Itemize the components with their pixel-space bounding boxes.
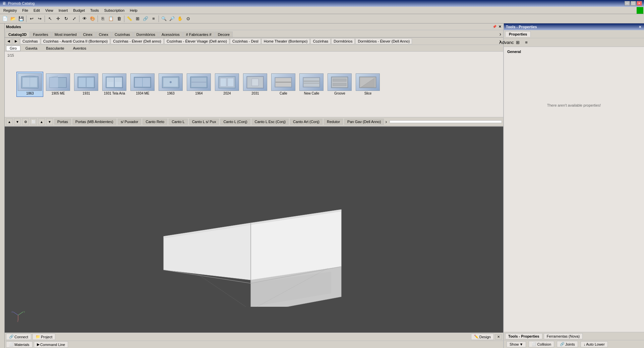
tb-open[interactable]: 📂 <box>9 15 17 22</box>
auto-lower-button[interactable]: ↓ Auto Lower <box>581 341 608 347</box>
doors-settings1[interactable]: ⚙ <box>22 118 29 125</box>
door-tab-redutor[interactable]: Redutor <box>324 119 343 125</box>
door-tab-canto-l[interactable]: Canto L <box>169 119 188 125</box>
item-1931[interactable]: 1931 <box>73 72 100 97</box>
door-tab-portas[interactable]: Portas <box>54 119 71 125</box>
right-panel-close-btn[interactable]: ✕ <box>638 25 642 29</box>
item-1931-tela-aria[interactable]: 1931 Tela Aria <box>101 72 128 97</box>
tb-render[interactable]: 🎨 <box>89 15 96 22</box>
tb-scale[interactable]: ⤢ <box>70 15 78 22</box>
connect-button[interactable]: 🔗 Connect <box>6 334 31 340</box>
tb-redo[interactable]: ↪ <box>36 15 43 22</box>
modules-close-button[interactable]: ✕ <box>498 25 502 28</box>
doors-scroll-right[interactable]: › <box>385 119 387 124</box>
tab-catalog3d[interactable]: Catalog3D <box>5 32 30 37</box>
item-1964[interactable]: 1964 <box>185 72 212 97</box>
tab-favorites[interactable]: Favorites <box>30 32 51 37</box>
props-list-btn[interactable]: ≡ <box>523 39 530 46</box>
3d-viewport[interactable]: Y X Z <box>5 127 503 333</box>
project-button[interactable]: 📁 Project <box>33 334 55 340</box>
doors-forward-btn[interactable]: ▼ <box>14 118 21 125</box>
tab-dormitorios[interactable]: Dormitórios <box>133 32 158 37</box>
door-tab-canto-l-spux[interactable]: Canto L s/ Pux <box>189 119 219 125</box>
door-tab-canto-art[interactable]: Canto Art (Conj) <box>290 119 323 125</box>
menu-tools[interactable]: Tools <box>87 8 102 13</box>
door-tab-pan-gav[interactable]: Pan Gav (Dell Anno) <box>344 119 384 125</box>
breadcrumb-back[interactable]: ◀ <box>5 38 12 45</box>
tb-select[interactable]: ↖ <box>46 15 54 22</box>
item-1905me[interactable]: 1905 ME <box>45 72 71 97</box>
tb-undo[interactable]: ↩ <box>28 15 35 22</box>
rpb-tools-properties[interactable]: Tools - Properties <box>505 333 542 339</box>
breadcrumb-dormitorios[interactable]: Dormitórios <box>331 38 355 44</box>
doors-up-btn[interactable]: ▲ <box>38 118 45 125</box>
subtab-basculante[interactable]: Basculante <box>42 46 68 51</box>
breadcrumb-cozinhas2[interactable]: Cozinhas <box>310 38 331 44</box>
item-groove[interactable]: Groove <box>326 72 353 97</box>
breadcrumb-forward[interactable]: ▶ <box>13 38 19 45</box>
tb-zoom-in[interactable]: 🔍 <box>160 15 168 22</box>
breadcrumb-cozinhas[interactable]: Cozinhas <box>20 38 40 44</box>
command-line-tab[interactable]: ▶ Command Line <box>34 341 68 348</box>
subtab-aventos[interactable]: Aventos <box>69 46 90 51</box>
subtab-giro[interactable]: Giro <box>6 46 20 51</box>
item-2024[interactable]: 2024 <box>214 72 240 97</box>
menu-subscription[interactable]: Subscription <box>102 8 127 13</box>
show-button[interactable]: Show ▼ <box>507 341 526 347</box>
pin-button[interactable]: 📌 <box>492 25 496 28</box>
materials-tab[interactable]: ⬜ Materials <box>6 341 33 348</box>
collision-button[interactable]: ⬜ Collision <box>529 341 554 347</box>
breadcrumb-elever-visage[interactable]: Cozinhas - Élever Visage (Dell anno) <box>164 38 229 44</box>
menu-registry[interactable]: Registry <box>1 8 19 13</box>
tab-most-inserted[interactable]: Most inserted <box>52 32 80 37</box>
tb-view3d[interactable]: 👁 <box>81 15 88 22</box>
menu-file[interactable]: File <box>19 8 31 13</box>
subtab-gaveta[interactable]: Gaveta <box>22 46 41 51</box>
menu-view[interactable]: View <box>43 8 56 13</box>
breadcrumb-elever[interactable]: Cozinhas - Élever (Dell anno) <box>111 38 164 44</box>
tab-cinex2[interactable]: Cinex <box>96 32 111 37</box>
minimize-btn[interactable]: ─ <box>625 1 630 6</box>
tb-save[interactable]: 💾 <box>17 15 25 22</box>
tb-new[interactable]: 📄 <box>1 15 9 22</box>
breadcrumb-desl[interactable]: Cozinhas - Desl <box>230 38 261 44</box>
tabs-scroll-right[interactable]: › <box>498 31 503 37</box>
door-tab-portas-mb[interactable]: Portas (MB Ambientes) <box>72 119 116 125</box>
design-button[interactable]: ✏️ Design <box>471 334 494 340</box>
close-btn[interactable]: ✕ <box>637 1 642 6</box>
tb-move[interactable]: ✛ <box>54 15 62 22</box>
doors-back-btn[interactable]: ▲ <box>6 118 13 125</box>
tab-fabricantes[interactable]: # Fabricantes # <box>183 32 215 37</box>
tb-delete[interactable]: 🗑 <box>115 15 123 22</box>
rpb-ferramentas-nova[interactable]: Ferramentas (Nova) <box>544 333 583 339</box>
doors-down-btn[interactable]: ▼ <box>46 118 53 125</box>
menu-edit[interactable]: Edit <box>31 8 43 13</box>
props-advanced-btn[interactable]: Advanced <box>505 39 513 46</box>
tab-acessorios[interactable]: Acessórios <box>159 32 183 37</box>
item-calle[interactable]: Calle <box>270 72 297 97</box>
door-tab-canto-reto[interactable]: Canto Reto <box>142 119 167 125</box>
breadcrumb-dormitorios-elever[interactable]: Dormitórios - Élever (Dell Anno) <box>355 38 412 44</box>
status-close-btn[interactable]: ✕ <box>495 334 502 340</box>
tb-pan[interactable]: ✋ <box>176 15 184 22</box>
tb-zoom-out[interactable]: 🔎 <box>168 15 176 22</box>
props-grid-btn[interactable]: ⊞ <box>514 39 521 46</box>
breadcrumb-avanti[interactable]: Cozinhas - Avanti Cucina II (Bontempo) <box>41 38 110 44</box>
item-slice[interactable]: Slice <box>354 72 381 97</box>
tb-rotate[interactable]: ↻ <box>62 15 70 22</box>
joints-button[interactable]: 🔗 Joints <box>557 341 578 347</box>
item-1863[interactable]: 1863 <box>16 72 43 97</box>
doors-settings2[interactable]: ⬜ <box>30 118 37 125</box>
rp-tab-properties[interactable]: Properties <box>505 31 531 37</box>
tb-grid[interactable]: ⊞ <box>134 15 141 22</box>
door-tab-spuxador[interactable]: s/ Puxador <box>118 119 141 125</box>
tab-cinex1[interactable]: Cinex <box>80 32 96 37</box>
tab-decore[interactable]: Decore <box>215 32 233 37</box>
breadcrumb-home-theater[interactable]: Home Theater (Bontempo) <box>261 38 310 44</box>
tb-measure[interactable]: 📏 <box>126 15 133 22</box>
item-1934me[interactable]: 1934 ME <box>129 72 156 97</box>
menu-budget[interactable]: Budget <box>70 8 87 13</box>
maximize-btn[interactable]: □ <box>631 1 636 6</box>
tb-snap[interactable]: 🔗 <box>142 15 149 22</box>
item-1963[interactable]: 1963 <box>157 72 184 97</box>
